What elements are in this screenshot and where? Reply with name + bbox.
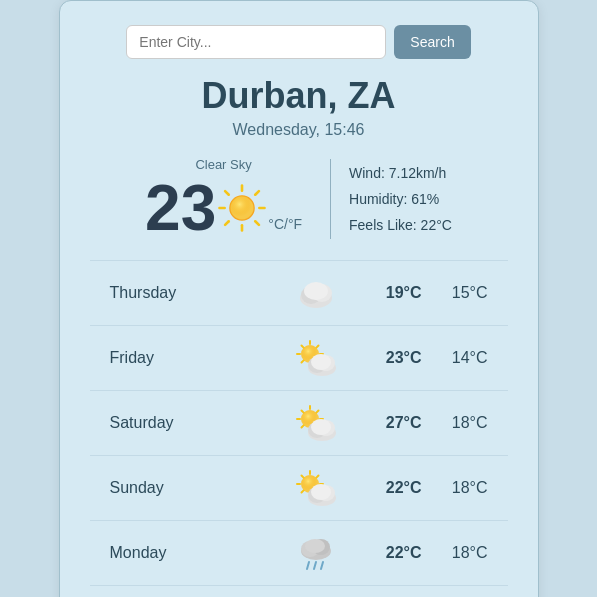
svg-line-36 <box>316 411 318 413</box>
svg-point-59 <box>305 539 325 553</box>
svg-line-51 <box>301 490 303 492</box>
temperature-block: Clear Sky 23 <box>145 157 302 240</box>
svg-line-23 <box>301 360 303 362</box>
forecast-high: 27°C <box>362 414 422 432</box>
svg-line-37 <box>301 425 303 427</box>
condition-label: Clear Sky <box>195 157 251 172</box>
search-input[interactable] <box>126 25 386 59</box>
forecast-day: Saturday <box>110 414 294 432</box>
svg-point-9 <box>230 196 254 220</box>
svg-line-20 <box>301 346 303 348</box>
forecast-low: 18°C <box>438 544 488 562</box>
forecast-day: Friday <box>110 349 294 367</box>
temperature-number: 23 <box>145 176 216 240</box>
temp-unit: °C/°F <box>268 216 302 240</box>
svg-line-62 <box>321 562 323 569</box>
forecast-day: Thursday <box>110 284 294 302</box>
forecast-high: 23°C <box>362 349 422 367</box>
forecast-day: Monday <box>110 544 294 562</box>
weather-details: Wind: 7.12km/h Humidity: 61% Feels Like:… <box>349 165 452 233</box>
forecast-high: 22°C <box>362 479 422 497</box>
weather-card: Search Durban, ZA Wednesday, 15:46 Clear… <box>59 0 539 597</box>
partly-cloudy-icon <box>294 401 338 445</box>
forecast-low: 14°C <box>438 349 488 367</box>
forecast-section: Thursday 19°C 15°C Friday <box>90 260 508 586</box>
svg-line-34 <box>301 411 303 413</box>
forecast-low: 15°C <box>438 284 488 302</box>
search-button[interactable]: Search <box>394 25 470 59</box>
table-row: Sunday <box>90 455 508 520</box>
svg-point-41 <box>311 419 331 435</box>
svg-line-7 <box>225 221 229 225</box>
vertical-divider <box>330 159 331 239</box>
city-name: Durban, ZA <box>90 75 508 117</box>
forecast-high: 22°C <box>362 544 422 562</box>
humidity-detail: Humidity: 61% <box>349 191 452 207</box>
table-row: Thursday 19°C 15°C <box>90 260 508 325</box>
svg-line-60 <box>307 562 309 569</box>
wind-detail: Wind: 7.12km/h <box>349 165 452 181</box>
forecast-low: 18°C <box>438 479 488 497</box>
svg-line-6 <box>256 191 260 195</box>
svg-line-48 <box>301 476 303 478</box>
svg-line-5 <box>256 221 260 225</box>
svg-line-22 <box>316 346 318 348</box>
cloud-icon <box>294 271 338 315</box>
svg-line-61 <box>314 562 316 569</box>
current-weather-block: Clear Sky 23 <box>90 157 508 240</box>
forecast-day: Sunday <box>110 479 294 497</box>
table-row: Saturday <box>90 390 508 455</box>
partly-cloudy-icon <box>294 466 338 510</box>
svg-line-4 <box>225 191 229 195</box>
partly-cloudy-icon <box>294 336 338 380</box>
rain-icon <box>294 531 338 575</box>
table-row: Monday 22°C 18°C <box>90 520 508 586</box>
sun-icon <box>216 182 268 234</box>
svg-point-55 <box>311 484 331 500</box>
svg-line-50 <box>316 476 318 478</box>
date-time: Wednesday, 15:46 <box>90 121 508 139</box>
table-row: Friday <box>90 325 508 390</box>
search-row: Search <box>90 25 508 59</box>
svg-point-13 <box>304 282 328 300</box>
temp-icon-row: 23 <box>145 176 302 240</box>
forecast-high: 19°C <box>362 284 422 302</box>
svg-point-27 <box>311 354 331 370</box>
forecast-low: 18°C <box>438 414 488 432</box>
feels-like-detail: Feels Like: 22°C <box>349 217 452 233</box>
